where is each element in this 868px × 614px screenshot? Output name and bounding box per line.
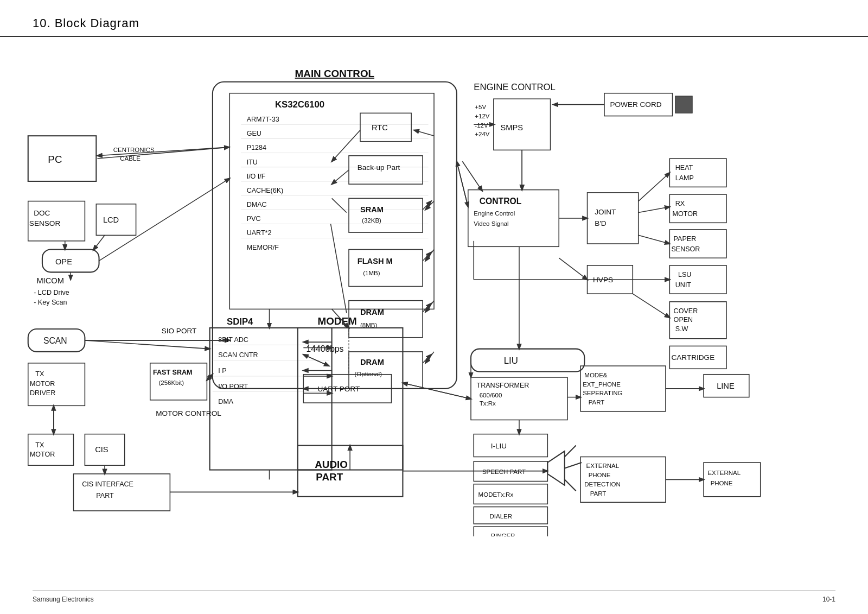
svg-text:14400bps: 14400bps: [307, 344, 344, 353]
svg-text:UNIT: UNIT: [675, 281, 692, 289]
svg-line-50: [425, 352, 434, 363]
svg-text:ITU: ITU: [247, 159, 258, 166]
svg-text:LINE: LINE: [717, 382, 735, 390]
page-footer: Samsung Electronics 10-1: [33, 591, 835, 603]
svg-rect-70: [588, 193, 639, 244]
svg-text:CIS: CIS: [95, 445, 108, 454]
svg-text:PAPER: PAPER: [674, 235, 697, 243]
svg-text:PHONE: PHONE: [711, 480, 733, 486]
svg-text:PC: PC: [48, 154, 62, 165]
svg-text:I P: I P: [218, 367, 226, 375]
svg-line-160: [93, 235, 105, 250]
svg-text:CIS INTERFACE: CIS INTERFACE: [82, 480, 133, 488]
svg-text:SMPS: SMPS: [500, 123, 523, 132]
svg-text:EXT_PHONE: EXT_PHONE: [583, 381, 621, 388]
svg-text:ENGINE CONTROL: ENGINE CONTROL: [474, 82, 556, 92]
page-header: 10. Block Diagram: [0, 0, 868, 37]
svg-text:JOINT: JOINT: [595, 208, 616, 216]
svg-text:CENTRONICS: CENTRONICS: [113, 147, 155, 153]
svg-text:S.W: S.W: [675, 325, 688, 333]
svg-line-93: [559, 258, 587, 280]
svg-rect-101: [471, 349, 584, 372]
svg-rect-62: [675, 96, 692, 113]
svg-text:(1MB): (1MB): [363, 270, 380, 276]
svg-text:SENSOR: SENSOR: [29, 219, 61, 227]
svg-text:PVC: PVC: [247, 215, 261, 223]
svg-text:Tx:Rx: Tx:Rx: [480, 400, 496, 407]
svg-text:- Key Scan: - Key Scan: [34, 299, 67, 306]
svg-text:TRANSFORMER: TRANSFORMER: [476, 382, 529, 389]
svg-text:POWER CORD: POWER CORD: [610, 100, 661, 109]
svg-text:PART: PART: [590, 490, 607, 497]
svg-line-29: [332, 170, 349, 184]
svg-text:UART*2: UART*2: [247, 229, 272, 237]
svg-text:SCAN CNTR: SCAN CNTR: [218, 351, 258, 359]
svg-text:Back-up Part: Back-up Part: [358, 163, 400, 172]
svg-text:MODEM: MODEM: [317, 315, 356, 327]
svg-rect-170: [28, 434, 74, 466]
svg-text:PART: PART: [96, 492, 114, 499]
svg-line-25: [414, 130, 434, 136]
svg-marker-137: [547, 451, 564, 485]
svg-text:SIO PORT: SIO PORT: [162, 327, 197, 335]
svg-text:MODETx:Rx: MODETx:Rx: [478, 491, 514, 498]
svg-text:EXTERNAL: EXTERNAL: [707, 470, 741, 476]
svg-line-220: [85, 340, 209, 349]
svg-text:OPE: OPE: [55, 257, 72, 266]
svg-text:ARM7T-33: ARM7T-33: [247, 116, 279, 123]
svg-text:MOTOR: MOTOR: [673, 210, 698, 218]
svg-text:-12V: -12V: [475, 122, 488, 129]
svg-text:CARTRIDGE: CARTRIDGE: [671, 353, 714, 362]
svg-text:DRAM: DRAM: [360, 358, 384, 366]
svg-text:AUDIO: AUDIO: [315, 459, 348, 470]
svg-line-138: [565, 446, 576, 457]
svg-text:I/O I/F: I/O I/F: [247, 173, 266, 180]
svg-text:MEMOR/F: MEMOR/F: [247, 244, 279, 251]
svg-line-140: [565, 479, 576, 491]
diagram-area: MAIN CONTROL KS32C6100 ARM7T-33 GEU P128…: [0, 48, 868, 536]
svg-line-33: [332, 198, 347, 212]
svg-line-68: [462, 161, 482, 191]
svg-text:PART: PART: [316, 471, 343, 483]
svg-text:TX: TX: [35, 370, 44, 378]
svg-text:P1284: P1284: [247, 144, 266, 151]
svg-text:SENSOR: SENSOR: [671, 245, 700, 253]
svg-text:SEPERATING: SEPERATING: [583, 390, 622, 396]
svg-line-219: [457, 161, 468, 207]
svg-text:COVER: COVER: [674, 307, 698, 315]
svg-text:KS32C6100: KS32C6100: [275, 99, 324, 110]
svg-line-77: [639, 173, 670, 201]
svg-line-26: [332, 130, 360, 162]
svg-text:DRAM: DRAM: [360, 308, 384, 317]
company-name: Samsung Electronics: [33, 596, 94, 603]
svg-line-81: [639, 207, 670, 212]
svg-text:MOTOR: MOTOR: [30, 380, 55, 388]
svg-text:DMAC: DMAC: [247, 201, 267, 208]
svg-text:DIALER: DIALER: [490, 513, 513, 520]
svg-text:(Optional): (Optional): [354, 371, 382, 377]
svg-text:+5V: +5V: [475, 104, 486, 110]
svg-line-45: [425, 301, 434, 312]
svg-text:Video Signal: Video Signal: [474, 220, 508, 227]
svg-text:FAST SRAM: FAST SRAM: [153, 369, 193, 376]
svg-text:TX: TX: [35, 441, 44, 449]
svg-text:MODE&: MODE&: [584, 372, 608, 378]
svg-line-207: [403, 383, 471, 398]
svg-text:MOTOR: MOTOR: [30, 451, 55, 458]
svg-text:RINGER: RINGER: [491, 533, 515, 536]
svg-text:(256Kbit): (256Kbit): [158, 379, 184, 386]
svg-text:FLASH M: FLASH M: [358, 257, 393, 265]
svg-text:HVPS: HVPS: [593, 276, 613, 284]
svg-rect-36: [349, 250, 423, 287]
block-diagram: MAIN CONTROL KS32C6100 ARM7T-33 GEU P128…: [0, 48, 868, 536]
svg-rect-78: [669, 194, 726, 223]
svg-text:+24V: +24V: [475, 131, 490, 137]
svg-text:OPEN: OPEN: [674, 316, 693, 324]
svg-text:CACHE(6K): CACHE(6K): [247, 187, 284, 194]
svg-text:Engine Control: Engine Control: [474, 210, 515, 217]
svg-text:LSU: LSU: [678, 271, 691, 278]
svg-text:DRIVER: DRIVER: [30, 389, 55, 397]
svg-text:+12V: +12V: [475, 113, 490, 119]
svg-text:RTC: RTC: [372, 123, 388, 132]
svg-text:RX: RX: [675, 200, 685, 207]
